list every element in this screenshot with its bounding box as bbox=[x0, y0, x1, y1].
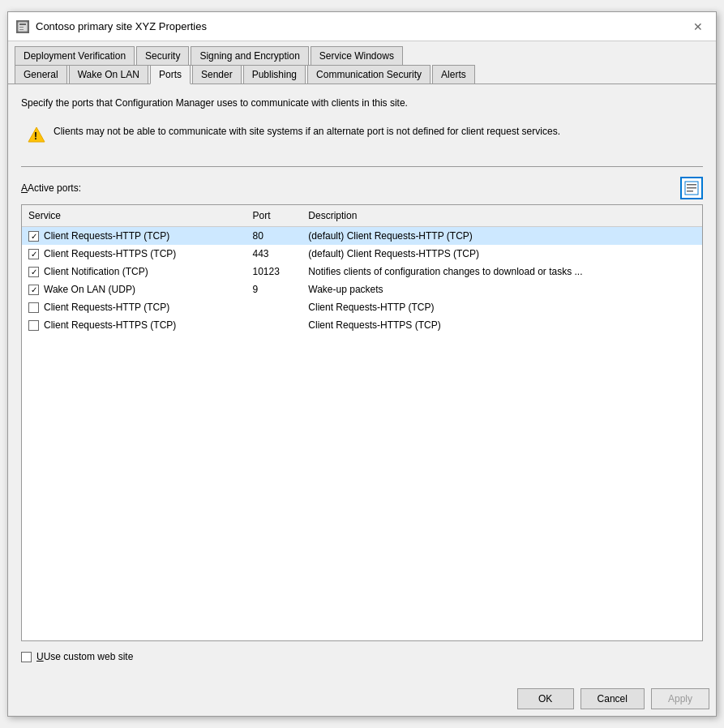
bottom-controls: UUse custom web site bbox=[21, 651, 703, 662]
close-button[interactable]: ✕ bbox=[688, 17, 708, 36]
description-value: (default) Client Requests-HTTP (TCP) bbox=[302, 227, 702, 246]
col-header-description: Description bbox=[302, 205, 702, 227]
row-checkbox[interactable] bbox=[28, 231, 39, 242]
service-name: Client Notification (TCP) bbox=[44, 266, 148, 277]
ports-table: Service Port Description Client Requests… bbox=[22, 205, 702, 334]
port-value: 443 bbox=[246, 245, 302, 263]
custom-website-checkbox[interactable] bbox=[21, 652, 32, 662]
service-name: Client Requests-HTTP (TCP) bbox=[44, 230, 169, 242]
tab-sender[interactable]: Sender bbox=[192, 65, 242, 84]
col-header-port: Port bbox=[246, 205, 302, 227]
svg-rect-3 bbox=[19, 29, 24, 30]
port-value: 80 bbox=[246, 227, 302, 246]
tab-security[interactable]: Security bbox=[136, 46, 189, 66]
tab-ports[interactable]: Ports bbox=[150, 65, 191, 84]
tabs-row-2: General Wake On LAN Ports Sender Publish… bbox=[8, 65, 716, 84]
svg-rect-1 bbox=[19, 24, 26, 25]
table-row[interactable]: Wake On LAN (UDP)9Wake-up packets bbox=[22, 280, 702, 298]
row-checkbox[interactable] bbox=[28, 267, 39, 277]
table-row[interactable]: Client Requests-HTTP (TCP)Client Request… bbox=[22, 298, 702, 316]
custom-website-label: UUse custom web site bbox=[36, 651, 133, 662]
main-window: Contoso primary site XYZ Properties ✕ De… bbox=[7, 11, 717, 717]
table-row[interactable]: Client Requests-HTTPS (TCP)Client Reques… bbox=[22, 316, 702, 334]
port-value: 10123 bbox=[246, 263, 302, 280]
warning-text: Clients may not be able to communicate w… bbox=[54, 125, 560, 139]
row-checkbox[interactable] bbox=[28, 249, 39, 259]
description-value: Client Requests-HTTPS (TCP) bbox=[302, 316, 702, 334]
tab-wake-on-lan[interactable]: Wake On LAN bbox=[69, 65, 148, 84]
tab-publishing[interactable]: Publishing bbox=[243, 65, 306, 84]
description-value: (default) Client Requests-HTTPS (TCP) bbox=[302, 245, 702, 263]
description-text: Specify the ports that Configuration Man… bbox=[21, 97, 703, 109]
port-value: 9 bbox=[246, 280, 302, 298]
svg-text:!: ! bbox=[34, 131, 37, 142]
svg-rect-8 bbox=[687, 187, 696, 189]
row-checkbox[interactable] bbox=[28, 320, 39, 331]
svg-rect-2 bbox=[19, 27, 24, 28]
service-name: Client Requests-HTTPS (TCP) bbox=[44, 248, 176, 259]
ports-table-container: Service Port Description Client Requests… bbox=[21, 204, 703, 641]
table-row[interactable]: Client Requests-HTTPS (TCP)443(default) … bbox=[22, 245, 702, 263]
separator bbox=[21, 166, 703, 167]
cancel-button[interactable]: Cancel bbox=[580, 688, 645, 709]
tab-general[interactable]: General bbox=[15, 65, 67, 84]
table-row[interactable]: Client Notification (TCP)10123Notifies c… bbox=[22, 263, 702, 280]
service-name: Client Requests-HTTPS (TCP) bbox=[44, 319, 176, 331]
port-value bbox=[246, 316, 302, 334]
warning-icon: ! bbox=[28, 126, 45, 143]
port-value bbox=[246, 298, 302, 316]
apply-button[interactable]: Apply bbox=[651, 688, 709, 709]
active-ports-label: AActive ports: bbox=[21, 182, 81, 194]
warning-box: ! Clients may not be able to communicate… bbox=[21, 118, 703, 150]
table-row[interactable]: Client Requests-HTTP (TCP)80(default) Cl… bbox=[22, 227, 702, 246]
tab-deployment-verification[interactable]: Deployment Verification bbox=[15, 46, 135, 66]
tab-communication-security[interactable]: Communication Security bbox=[307, 65, 431, 84]
service-name: Client Requests-HTTP (TCP) bbox=[44, 302, 169, 313]
description-value: Wake-up packets bbox=[302, 280, 702, 298]
title-bar: Contoso primary site XYZ Properties ✕ bbox=[8, 12, 716, 41]
window-icon bbox=[16, 20, 29, 33]
row-checkbox[interactable] bbox=[28, 285, 39, 295]
window-title: Contoso primary site XYZ Properties bbox=[36, 20, 207, 32]
description-value: Client Requests-HTTP (TCP) bbox=[302, 298, 702, 316]
tab-service-windows[interactable]: Service Windows bbox=[311, 46, 403, 66]
row-checkbox[interactable] bbox=[28, 302, 39, 313]
svg-rect-9 bbox=[687, 191, 693, 192]
ports-list-button[interactable] bbox=[680, 177, 703, 199]
col-header-service: Service bbox=[22, 205, 246, 227]
service-name: Wake On LAN (UDP) bbox=[44, 284, 135, 295]
description-value: Notifies clients of configuration change… bbox=[302, 263, 702, 280]
svg-rect-7 bbox=[687, 184, 696, 186]
tab-signing-encryption[interactable]: Signing and Encryption bbox=[191, 46, 308, 66]
active-ports-header: AActive ports: bbox=[21, 177, 703, 199]
tab-alerts[interactable]: Alerts bbox=[432, 65, 475, 84]
content-area: Specify the ports that Configuration Man… bbox=[8, 84, 716, 682]
ok-button[interactable]: OK bbox=[517, 688, 574, 709]
dialog-buttons: OK Cancel Apply bbox=[8, 682, 716, 716]
custom-website-checkbox-group: UUse custom web site bbox=[21, 651, 133, 662]
tabs-row-1: Deployment Verification Security Signing… bbox=[8, 41, 716, 65]
